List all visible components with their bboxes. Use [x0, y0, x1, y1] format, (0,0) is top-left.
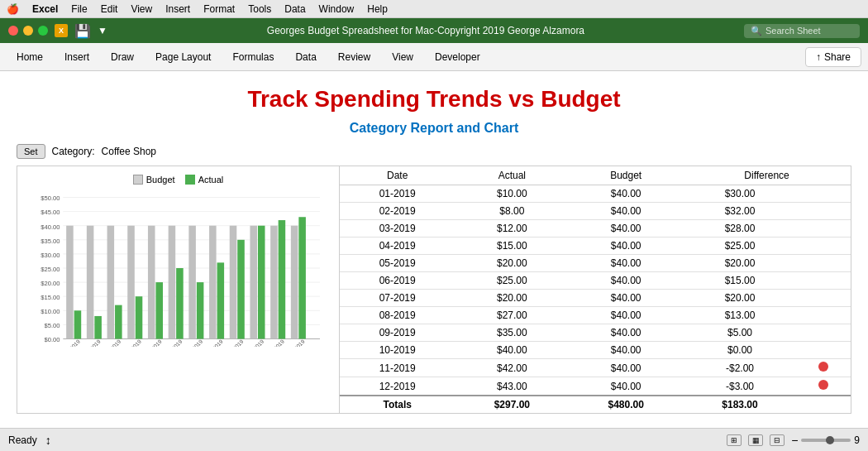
cell-actual: $35.00: [455, 324, 569, 342]
cell-actual: $40.00: [455, 342, 569, 359]
legend-actual-label: Actual: [198, 175, 224, 185]
traffic-lights: [8, 26, 48, 36]
menu-window[interactable]: Window: [319, 3, 355, 15]
menu-insert[interactable]: Insert: [165, 3, 190, 15]
maximize-button[interactable]: [38, 26, 48, 36]
share-button[interactable]: ↑ Share: [805, 47, 861, 67]
save-icon[interactable]: 💾: [74, 23, 91, 39]
cell-date: 03-2019: [340, 220, 455, 237]
cell-budget: $40.00: [569, 185, 683, 203]
zoom-plus-button[interactable]: 9: [854, 434, 860, 446]
table-row: 12-2019 $43.00 $40.00 -$3.00: [340, 377, 851, 396]
table-area: Date Actual Budget Difference 01-2019 $1…: [340, 166, 851, 413]
tab-view[interactable]: View: [382, 46, 423, 68]
data-table: Date Actual Budget Difference 01-2019 $1…: [340, 166, 851, 413]
set-button[interactable]: Set: [17, 144, 45, 159]
share-icon: ↑: [816, 51, 821, 63]
tab-draw[interactable]: Draw: [101, 46, 144, 68]
page-title: Track Spending Trends vs Budget: [17, 79, 851, 121]
menu-data[interactable]: Data: [284, 3, 305, 15]
svg-rect-23: [87, 226, 94, 339]
cell-flag: [797, 324, 851, 342]
svg-text:11-2019: 11-2019: [267, 338, 285, 347]
zoom-control: − 9: [791, 434, 860, 447]
cell-budget: $40.00: [569, 377, 683, 396]
tab-formulas[interactable]: Formulas: [222, 46, 284, 68]
cell-flag: [797, 272, 851, 290]
search-placeholder[interactable]: Search Sheet: [765, 26, 821, 36]
search-icon: 🔍: [751, 26, 762, 36]
menu-format[interactable]: Format: [203, 3, 235, 15]
statusbar-right: ⊞ ▦ ⊟ − 9: [727, 434, 860, 447]
table-row: 07-2019 $20.00 $40.00 $20.00: [340, 290, 851, 307]
menu-file[interactable]: File: [71, 3, 87, 15]
tab-developer[interactable]: Developer: [425, 46, 490, 68]
legend-actual-box: [185, 175, 195, 185]
tab-data[interactable]: Data: [285, 46, 326, 68]
svg-text:$50.00: $50.00: [41, 194, 60, 202]
cell-budget: $40.00: [569, 237, 683, 255]
page-view-icon[interactable]: ▦: [748, 434, 763, 446]
svg-text:$30.00: $30.00: [41, 252, 60, 259]
minimize-button[interactable]: [23, 26, 33, 36]
close-button[interactable]: [8, 26, 18, 36]
flag-icon: [818, 362, 828, 372]
bar-chart: $50.00 $45.00 $40.00 $35.00 $30.00 $25.0…: [26, 190, 331, 347]
ribbon-tabs: Home Insert Draw Page Layout Formulas Da…: [0, 43, 868, 71]
svg-text:05-2019: 05-2019: [145, 338, 163, 347]
tab-review[interactable]: Review: [328, 46, 380, 68]
svg-text:03-2019: 03-2019: [103, 338, 122, 347]
menu-edit[interactable]: Edit: [101, 3, 118, 15]
svg-text:$25.00: $25.00: [41, 266, 60, 273]
svg-rect-24: [107, 226, 115, 339]
cell-date: 04-2019: [340, 237, 455, 255]
zoom-slider[interactable]: [801, 439, 851, 442]
cell-budget: $40.00: [569, 324, 683, 342]
cell-date: 07-2019: [340, 290, 455, 307]
cell-flag: [797, 203, 851, 220]
legend-budget-label: Budget: [146, 175, 175, 185]
svg-text:$5.00: $5.00: [45, 322, 60, 329]
cell-actual: $42.00: [455, 359, 569, 377]
menu-view[interactable]: View: [131, 3, 152, 15]
svg-text:10-2019: 10-2019: [246, 338, 265, 347]
cell-date: 11-2019: [340, 359, 455, 377]
svg-rect-41: [217, 262, 225, 338]
dropdown-icon[interactable]: ▼: [98, 25, 107, 36]
svg-rect-32: [270, 226, 278, 339]
svg-text:$40.00: $40.00: [41, 223, 60, 231]
cell-diff: $25.00: [683, 237, 797, 255]
menu-help[interactable]: Help: [367, 3, 388, 15]
svg-text:04-2019: 04-2019: [124, 338, 142, 347]
app-name[interactable]: Excel: [32, 3, 58, 15]
zoom-minus-button[interactable]: −: [791, 434, 798, 447]
menu-tools[interactable]: Tools: [248, 3, 271, 15]
tab-insert[interactable]: Insert: [55, 46, 99, 68]
cell-diff: $5.00: [683, 324, 797, 342]
grid-view-icon[interactable]: ⊞: [727, 434, 742, 446]
search-box[interactable]: 🔍 Search Sheet: [744, 24, 860, 38]
zoom-slider-thumb[interactable]: [826, 436, 834, 444]
svg-rect-38: [155, 282, 163, 338]
flag-icon: [818, 380, 828, 390]
cell-diff: $20.00: [683, 255, 797, 272]
svg-rect-45: [298, 217, 306, 338]
tab-page-layout[interactable]: Page Layout: [145, 46, 221, 68]
table-row: 01-2019 $10.00 $40.00 $30.00: [340, 185, 851, 203]
cell-actual: $20.00: [455, 255, 569, 272]
tab-home[interactable]: Home: [7, 46, 53, 68]
svg-rect-42: [237, 240, 245, 339]
cell-date: 06-2019: [340, 272, 455, 290]
layout-view-icon[interactable]: ⊟: [770, 434, 785, 446]
category-bar: Set Category: Coffee Shop: [17, 144, 851, 159]
category-label: Category:: [52, 146, 95, 157]
apple-menu[interactable]: 🍎: [7, 3, 19, 15]
cell-date: 05-2019: [340, 255, 455, 272]
svg-text:$15.00: $15.00: [41, 294, 60, 301]
svg-text:08-2019: 08-2019: [206, 338, 224, 347]
table-row: 11-2019 $42.00 $40.00 -$2.00: [340, 359, 851, 377]
section-title: Category Report and Chart: [17, 121, 851, 136]
chart-area: Budget Actual $50.00 $45.00 $40.00 $35.0…: [17, 166, 340, 413]
svg-rect-26: [148, 226, 155, 339]
cell-date: 12-2019: [340, 377, 455, 396]
